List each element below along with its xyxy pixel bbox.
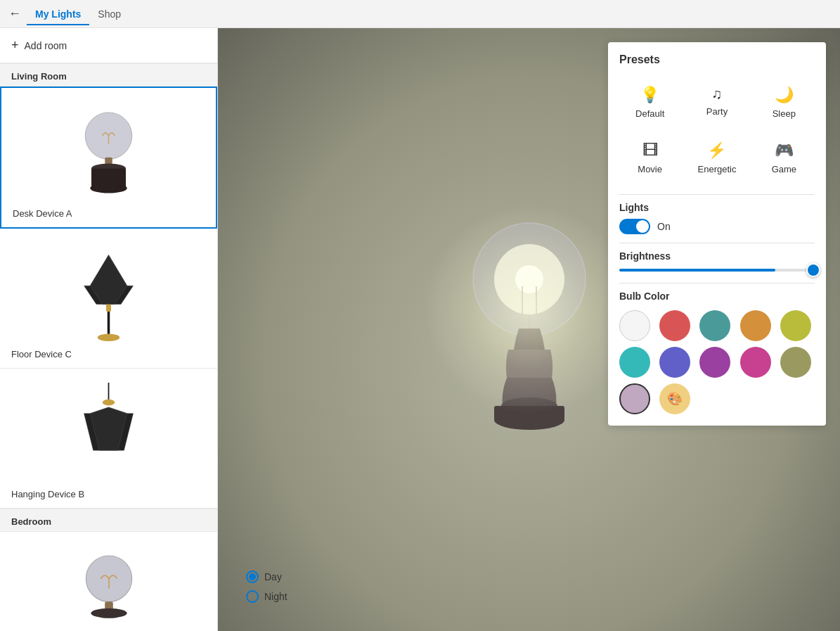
tab-shop[interactable]: Shop [89,3,129,25]
panel-divider-2 [619,243,815,243]
add-room-button[interactable]: + Add room [0,28,217,63]
color-olive[interactable] [780,347,811,378]
day-night-controls: Day Night [246,571,287,603]
brightness-section: Brightness [619,250,815,272]
preset-game[interactable]: 🎮 Game [754,133,815,183]
default-label: Default [635,108,664,119]
radio-day-label: Day [264,571,282,582]
radio-day[interactable]: Day [246,571,287,583]
sleep-label: Sleep [773,108,796,119]
color-white[interactable] [619,310,650,341]
brightness-thumb [806,263,820,277]
presets-title: Presets [619,53,815,66]
panel-divider-3 [619,283,815,283]
toggle-row: On [619,219,815,234]
tab-my-lights[interactable]: My Lights [27,3,89,25]
device-name-desk-a: Desk Device A [13,208,72,219]
section-bedroom: Bedroom [0,509,217,532]
color-red[interactable] [659,310,690,341]
nav-tabs: My Lights Shop [27,3,129,25]
energetic-icon: ⚡ [707,141,726,160]
radio-night-label: Night [264,591,287,602]
add-room-label: Add room [25,40,67,51]
color-purple[interactable] [699,347,730,378]
color-yellow-green[interactable] [780,310,811,341]
section-living-room: Living Room [0,63,217,87]
device-image-bedroom [11,540,206,631]
presets-panel: Presets 💡 Default ♫ Party 🌙 Sleep [608,42,826,426]
device-card-hanging-b[interactable]: Hanging Device B [0,369,217,509]
svg-point-20 [91,608,127,618]
sidebar: + Add room Living Room [0,28,218,631]
brightness-label: Brightness [619,250,815,262]
color-pink[interactable] [740,347,771,378]
movie-icon: 🎞 [642,141,658,160]
svg-rect-5 [91,168,126,188]
svg-point-11 [98,333,120,341]
radio-day-circle [246,571,259,583]
color-grid: 🎨 [619,310,815,414]
back-button[interactable]: ← [8,6,21,21]
sleep-icon: 🌙 [775,86,794,104]
color-orange[interactable] [740,310,771,341]
lights-toggle[interactable] [619,219,650,234]
movie-label: Movie [638,164,662,174]
toggle-knob [636,220,649,233]
device-name-hanging-b: Hanging Device B [11,489,84,499]
toggle-state-label: On [657,221,671,232]
custom-color-icon: 🎨 [667,391,683,407]
bulb-color-label: Bulb Color [619,291,815,302]
brightness-fill [619,269,775,272]
preset-default[interactable]: 💡 Default [619,77,680,127]
preset-sleep[interactable]: 🌙 Sleep [754,77,815,127]
panel-divider-1 [619,194,815,195]
device-card-bedroom-desk[interactable] [0,532,217,631]
brightness-slider[interactable] [619,269,815,272]
svg-point-13 [103,399,115,405]
lights-label: Lights [619,202,815,213]
device-image-hanging-b [11,377,206,486]
content-area: Day Night Presets 💡 Default ♫ Party [218,28,840,631]
presets-grid: 💡 Default ♫ Party 🌙 Sleep 🎞 Movie [619,77,815,183]
main-lamp-svg [452,209,607,448]
bulb-color-section: Bulb Color 🎨 [619,291,815,414]
radio-night[interactable]: Night [246,590,287,603]
top-bar: ← My Lights Shop [0,0,840,28]
color-blue[interactable] [659,347,690,378]
device-name-floor-c: Floor Device C [11,349,72,359]
device-card-desk-a[interactable]: Desk Device A [0,87,217,229]
energetic-label: Energetic [698,164,737,174]
preset-energetic[interactable]: ⚡ Energetic [686,133,747,183]
device-image-desk-a [13,96,205,205]
device-image-floor-c [11,237,206,346]
game-label: Game [772,164,796,174]
party-label: Party [706,106,728,117]
svg-point-23 [515,265,543,293]
main-lamp-display [452,209,607,451]
device-card-floor-c[interactable]: Floor Device C [0,229,217,369]
default-icon: 💡 [640,86,659,104]
preset-party[interactable]: ♫ Party [686,77,747,127]
plus-icon: + [11,38,19,53]
preset-movie[interactable]: 🎞 Movie [619,133,680,183]
svg-rect-29 [494,406,564,420]
color-custom[interactable]: 🎨 [659,383,690,414]
main-layout: + Add room Living Room [0,28,840,631]
party-icon: ♫ [711,86,722,102]
color-lavender[interactable] [619,383,650,414]
game-icon: 🎮 [775,141,794,160]
svg-rect-9 [106,304,111,312]
color-cyan[interactable] [619,347,650,378]
color-teal[interactable] [699,310,730,341]
svg-rect-10 [108,312,110,336]
lights-section: Lights On [619,202,815,234]
radio-night-circle [246,590,259,603]
